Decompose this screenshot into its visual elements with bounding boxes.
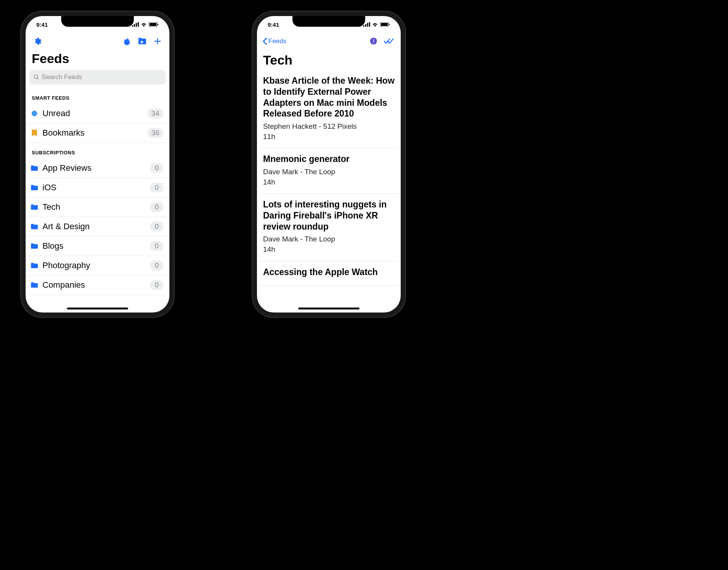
feed-row[interactable]: Photography0 [26, 256, 169, 275]
feeds-scroll[interactable]: SMART FEEDS Unread34Bookmarks36 SUBSCRIP… [26, 88, 169, 313]
feed-count-badge: 0 [150, 163, 163, 173]
battery-icon [149, 22, 159, 27]
phone-tech: 9:41 Feeds Tech Kbase Article of the Wee… [252, 11, 405, 317]
plus-icon [153, 37, 162, 45]
screen-tech: 9:41 Feeds Tech Kbase Article of the Wee… [257, 16, 401, 313]
feed-count-badge: 0 [150, 280, 163, 290]
folder-icon [31, 282, 38, 288]
notch [292, 16, 365, 27]
feed-label: Tech [42, 202, 150, 212]
article-title: Lots of interesting nuggets in Daring Fi… [263, 199, 395, 232]
back-label: Feeds [268, 37, 286, 45]
svg-rect-2 [136, 23, 137, 27]
status-time: 9:41 [36, 21, 48, 28]
double-check-icon [384, 38, 394, 45]
feed-label: iOS [42, 183, 150, 193]
folder-icon [31, 262, 38, 269]
feed-label: App Reviews [42, 163, 150, 173]
status-icons [132, 22, 159, 27]
svg-rect-15 [367, 23, 368, 27]
svg-rect-13 [363, 25, 364, 27]
feed-label: Companies [42, 280, 150, 290]
settings-button[interactable] [31, 35, 44, 48]
toolbar-feeds [26, 33, 169, 50]
article-meta: Stephen Hackett - 512 Pixels [263, 121, 395, 132]
article-title: Mnemonic generator [263, 154, 395, 165]
home-indicator[interactable] [298, 308, 359, 309]
feed-row[interactable]: Blogs0 [26, 236, 169, 256]
article-title: Accessing the Apple Watch [263, 267, 395, 278]
search-input[interactable]: Search Feeds [29, 70, 166, 84]
article-meta: Dave Mark - The Loop [263, 234, 395, 245]
feed-row[interactable]: App Reviews0 [26, 159, 169, 178]
section-smart-header: SMART FEEDS [26, 88, 169, 104]
wifi-icon [141, 22, 147, 27]
svg-rect-0 [132, 25, 133, 27]
page-title: Tech [257, 50, 401, 70]
add-button[interactable] [151, 35, 164, 48]
fire-icon [123, 37, 131, 45]
article-row[interactable]: Lots of interesting nuggets in Daring Fi… [257, 194, 401, 261]
mark-read-button[interactable] [382, 35, 395, 48]
svg-rect-3 [138, 22, 139, 27]
filter-button[interactable] [367, 35, 380, 48]
section-subs-header: SUBSCRIPTIONS [26, 143, 169, 159]
feed-count-badge: 0 [150, 222, 163, 232]
svg-line-12 [37, 78, 39, 79]
folder-icon [31, 204, 38, 210]
status-icons [363, 22, 390, 27]
add-folder-button[interactable] [136, 35, 149, 48]
article-time: 11h [263, 132, 395, 142]
feed-row[interactable]: Bookmarks36 [26, 123, 169, 143]
svg-rect-19 [389, 24, 390, 25]
feed-row[interactable]: Art & Design0 [26, 217, 169, 236]
feed-count-badge: 36 [148, 128, 163, 138]
hot-button[interactable] [120, 35, 133, 48]
svg-point-11 [34, 75, 37, 78]
article-time: 14h [263, 177, 395, 188]
svg-rect-14 [365, 24, 366, 27]
article-time: 14h [263, 245, 395, 255]
feed-count-badge: 0 [150, 241, 163, 251]
gear-icon [33, 37, 42, 45]
feed-count-badge: 0 [150, 202, 163, 212]
folder-icon [31, 243, 38, 249]
back-button[interactable]: Feeds [262, 37, 286, 45]
home-indicator[interactable] [67, 308, 128, 309]
toolbar-tech: Feeds [257, 33, 401, 50]
feed-row[interactable]: iOS0 [26, 178, 169, 198]
articles-scroll[interactable]: Kbase Article of the Week: How to Identi… [257, 70, 401, 286]
article-meta: Dave Mark - The Loop [263, 167, 395, 177]
folder-icon [31, 223, 38, 230]
unread-dot-icon [32, 111, 37, 116]
badge-icon [369, 37, 378, 45]
folder-icon [31, 185, 38, 191]
feed-label: Bookmarks [42, 128, 148, 138]
notch [61, 16, 134, 27]
search-placeholder: Search Feeds [42, 73, 82, 81]
feed-row[interactable]: Companies0 [26, 275, 169, 295]
svg-rect-5 [150, 23, 156, 26]
feed-label: Photography [42, 261, 150, 270]
phone-feeds: 9:41 Feeds Search Fe [21, 11, 174, 317]
svg-rect-21 [373, 42, 374, 43]
status-time: 9:41 [268, 21, 279, 28]
folder-plus-icon [138, 37, 147, 45]
screen-feeds: 9:41 Feeds Search Fe [26, 16, 169, 313]
search-icon [33, 74, 39, 80]
feed-row[interactable]: Unread34 [26, 104, 169, 123]
bookmark-icon [32, 130, 37, 136]
battery-icon [380, 22, 390, 27]
svg-rect-18 [381, 23, 388, 26]
feed-label: Art & Design [42, 222, 150, 232]
feed-count-badge: 0 [150, 261, 163, 270]
svg-rect-16 [369, 22, 370, 27]
page-title: Feeds [26, 50, 169, 68]
article-row[interactable]: Mnemonic generatorDave Mark - The Loop14… [257, 148, 401, 194]
svg-rect-8 [140, 42, 143, 42]
article-row[interactable]: Kbase Article of the Week: How to Identi… [257, 70, 401, 148]
feed-count-badge: 34 [148, 108, 163, 118]
article-row[interactable]: Accessing the Apple Watch [257, 261, 401, 287]
feed-count-badge: 0 [150, 183, 163, 193]
feed-row[interactable]: Tech0 [26, 198, 169, 217]
